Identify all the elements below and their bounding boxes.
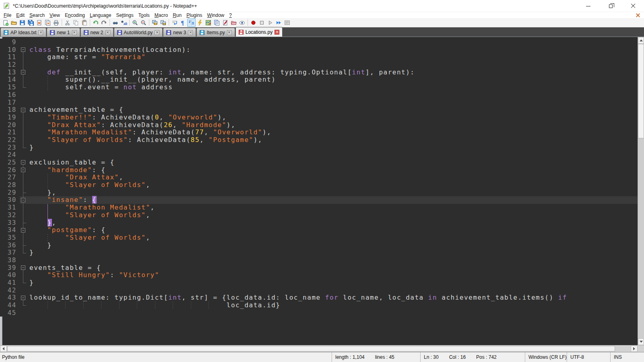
code-line-41[interactable]: 41} <box>0 279 638 287</box>
tab-autoworld-py[interactable]: AutoWorld.py <box>114 28 163 37</box>
tab-new-3[interactable]: new 3 <box>163 28 196 37</box>
notepad-plus-plus-app-icon[interactable] <box>3 2 10 9</box>
h-scroll-left-arrow-button[interactable] <box>0 346 7 352</box>
fold-toggle-icon[interactable] <box>21 108 25 112</box>
code-line-13[interactable]: 13 def __init__(self, player: int, name:… <box>0 69 638 76</box>
code-line-10[interactable]: 10class TerrariaAchievement(Location): <box>0 46 638 54</box>
code-line-25[interactable]: 25exclusion_table = { <box>0 159 638 167</box>
code-line-12[interactable]: 12 <box>0 61 638 69</box>
code-line-23[interactable]: 23} <box>0 144 638 152</box>
project-folder-button[interactable] <box>229 19 238 27</box>
fold-toggle-icon[interactable] <box>21 265 25 270</box>
code-line-44[interactable]: 44 loc_data.id} <box>0 302 638 309</box>
sync-vertical-button[interactable] <box>151 19 159 27</box>
fold-toggle-icon[interactable] <box>21 198 25 202</box>
macro-save-button[interactable] <box>283 19 291 27</box>
new-file-button[interactable] <box>1 19 10 27</box>
save-file-button[interactable] <box>18 19 27 27</box>
code-line-43[interactable]: 43lookup_id_to_name: typing.Dict[int, st… <box>0 294 638 302</box>
code-line-20[interactable]: 20 "Drax Attax": AchieveData(26, "Hardmo… <box>0 121 638 129</box>
code-line-28[interactable]: 28 "Slayer of Worlds", <box>0 181 638 189</box>
code-line-21[interactable]: 21 "Marathon Medalist": AchieveData(77, … <box>0 129 638 136</box>
menu-encoding[interactable]: Encoding <box>62 12 87 18</box>
fold-toggle-icon[interactable] <box>21 296 25 300</box>
function-list-button[interactable] <box>213 19 221 27</box>
macro-stop-button[interactable] <box>258 19 266 27</box>
code-line-37[interactable]: 37} <box>0 249 638 257</box>
document-monitor-button[interactable] <box>238 19 246 27</box>
code-line-14[interactable]: 14 super().__init__(player, name, addres… <box>0 76 638 84</box>
sync-horizontal-button[interactable] <box>159 19 167 27</box>
code-line-22[interactable]: 22 "Slayer of Worlds": AchieveData(85, "… <box>0 136 638 144</box>
fold-toggle-icon[interactable] <box>21 168 25 172</box>
menu-[interactable]: ? <box>227 12 234 18</box>
close-file-button[interactable] <box>35 19 43 27</box>
tab-close-icon[interactable] <box>227 30 232 35</box>
menu-macro[interactable]: Macro <box>152 12 170 18</box>
close-all-button[interactable] <box>43 19 52 27</box>
code-line-36[interactable]: 36 } <box>0 242 638 249</box>
code-line-34[interactable]: 34 "postgame": { <box>0 226 638 234</box>
zoom-out-button[interactable] <box>139 19 148 27</box>
vertical-scrollbar[interactable] <box>638 37 644 345</box>
h-scroll-right-arrow-button[interactable] <box>631 346 638 352</box>
menu-language[interactable]: Language <box>87 12 114 18</box>
cut-button[interactable] <box>63 19 72 27</box>
h-scroll-thumb[interactable] <box>7 346 615 352</box>
minimize-button[interactable] <box>583 1 593 11</box>
menu-tools[interactable]: Tools <box>136 12 152 18</box>
tab-close-icon[interactable] <box>38 30 43 35</box>
code-line-38[interactable]: 38 <box>0 257 638 264</box>
macro-pen-button[interactable] <box>221 19 229 27</box>
code-line-32[interactable]: 32 "Slayer of Worlds", <box>0 212 638 219</box>
horizontal-scrollbar[interactable] <box>0 345 644 352</box>
zoom-in-button[interactable] <box>131 19 139 27</box>
redo-button[interactable] <box>100 19 108 27</box>
document-map-button[interactable] <box>204 19 213 27</box>
tab-close-icon[interactable] <box>72 30 77 35</box>
tab-close-icon[interactable] <box>188 30 193 35</box>
code-line-16[interactable]: 16 <box>0 91 638 99</box>
save-all-button[interactable] <box>27 19 35 27</box>
code-line-9[interactable]: 9 <box>0 39 638 46</box>
menu-plugins[interactable]: Plugins <box>184 12 204 18</box>
tab-close-icon[interactable] <box>105 30 110 35</box>
code-line-45[interactable]: 45 <box>0 309 638 317</box>
fold-toggle-icon[interactable] <box>21 160 25 165</box>
macro-record-button[interactable] <box>249 19 258 27</box>
fold-toggle-icon[interactable] <box>21 47 25 52</box>
tab-new-2[interactable]: new 2 <box>80 28 114 37</box>
fold-toggle-icon[interactable] <box>21 228 25 232</box>
code-line-35[interactable]: 35 "Slayer of Worlds", <box>0 234 638 242</box>
code-editor[interactable]: 910class TerrariaAchievement(Location):1… <box>0 37 638 345</box>
print-button[interactable] <box>52 19 60 27</box>
menu-edit[interactable]: Edit <box>14 12 27 18</box>
word-wrap-button[interactable] <box>170 19 179 27</box>
code-line-26[interactable]: 26 "hardmode": { <box>0 167 638 174</box>
macro-run-multiple-button[interactable] <box>275 19 283 27</box>
tab-new-1[interactable]: new 1 <box>47 28 80 37</box>
code-line-39[interactable]: 39events_table = { <box>0 264 638 272</box>
v-scroll-thumb[interactable] <box>638 44 644 138</box>
replace-button[interactable]: ab <box>120 19 128 27</box>
code-line-11[interactable]: 11 game: str = "Terraria" <box>0 53 638 61</box>
tab-close-icon[interactable] <box>275 30 279 35</box>
code-line-40[interactable]: 40 "Still Hungry": "Victory" <box>0 272 638 279</box>
code-line-30[interactable]: 30 "insane": { <box>0 196 638 204</box>
menu-file[interactable]: File <box>1 12 14 18</box>
copy-button[interactable] <box>72 19 80 27</box>
show-all-characters-button[interactable]: ¶ <box>179 19 187 27</box>
show-indent-guide-button[interactable] <box>187 19 196 27</box>
fold-toggle-icon[interactable] <box>21 70 25 74</box>
menu-run[interactable]: Run <box>170 12 184 18</box>
code-line-27[interactable]: 27 "Drax Attax", <box>0 174 638 181</box>
user-defined-dialog-button[interactable] <box>196 19 204 27</box>
menu-view[interactable]: View <box>47 12 62 18</box>
tab-locations-py[interactable]: Locations.py <box>235 27 283 37</box>
menu-settings[interactable]: Settings <box>114 12 136 18</box>
close-button[interactable] <box>628 1 638 11</box>
paste-button[interactable] <box>80 19 89 27</box>
code-line-33[interactable]: 33 }, <box>0 219 638 227</box>
open-file-button[interactable] <box>10 19 18 27</box>
v-scroll-up-arrow-button[interactable] <box>638 37 644 44</box>
